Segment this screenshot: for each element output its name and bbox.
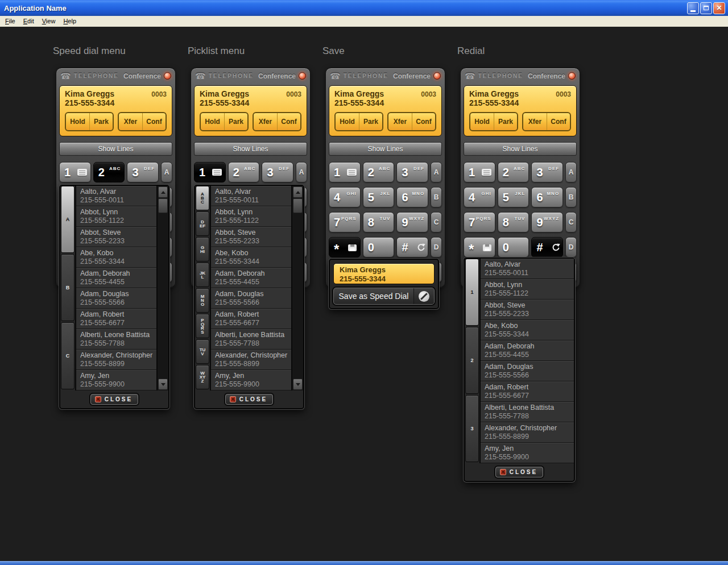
park-button[interactable]: Park [359, 113, 382, 130]
rail-group-1[interactable]: 1 [465, 259, 479, 326]
contact-item[interactable]: Alexander, Christopher215-555-8899 [481, 422, 574, 443]
key-a[interactable]: A [565, 162, 577, 182]
rail-group-tuv[interactable]: TUV [196, 339, 209, 364]
contact-item[interactable]: Abe, Kobo215-555-3344 [76, 247, 156, 268]
restore-button[interactable] [700, 2, 712, 14]
xfer-button[interactable]: Xfer [119, 113, 142, 130]
scrollbar[interactable] [291, 186, 303, 390]
key-d[interactable]: D [431, 237, 442, 257]
key-hash[interactable]: # [396, 237, 428, 257]
scroll-up-button[interactable] [293, 186, 303, 198]
conf-button[interactable]: Conf [412, 113, 435, 130]
hold-button[interactable]: Hold [336, 113, 359, 130]
key-3[interactable]: 3DEF [396, 162, 428, 182]
key-7[interactable]: 7PQRS [464, 212, 495, 232]
key-5[interactable]: 5JKL [498, 187, 530, 207]
key-a[interactable]: A [296, 162, 307, 182]
scroll-up-button[interactable] [158, 186, 168, 198]
park-button[interactable]: Park [89, 113, 113, 130]
key-6[interactable]: 6MNO [531, 187, 563, 207]
xfer-button[interactable]: Xfer [523, 113, 547, 130]
contact-item[interactable]: Abbot, Steve215-555-2233 [211, 227, 291, 247]
contact-item[interactable]: Adam, Robert215-555-6677 [76, 309, 156, 329]
contact-item[interactable]: Alexander, Christopher215-555-8899 [76, 350, 156, 370]
contact-item[interactable]: Alberti, Leone Battista215-555-7788 [76, 329, 156, 350]
key-1[interactable]: 1 [464, 162, 495, 182]
close-button[interactable]: CLOSE [90, 394, 138, 405]
rail-group-wxyz[interactable]: WXYZ [196, 365, 209, 389]
key-0[interactable]: 0 [498, 237, 530, 257]
rail-group-3[interactable]: 3 [465, 395, 479, 462]
key-2[interactable]: 2ABC [498, 162, 530, 182]
close-button[interactable]: CLOSE [495, 467, 543, 477]
key-3[interactable]: 3DEF [262, 162, 293, 182]
key-b[interactable]: B [565, 187, 577, 207]
key-d[interactable]: D [565, 237, 577, 257]
contact-item[interactable]: Amy, Jen215-555-9900 [211, 370, 291, 390]
minimize-button[interactable] [687, 2, 699, 14]
conf-button[interactable]: Conf [142, 113, 166, 130]
contact-item[interactable]: Adam, Robert215-555-6677 [211, 309, 291, 329]
key-b[interactable]: B [431, 187, 442, 207]
title-bar[interactable]: Application Name ✕ [0, 0, 728, 16]
xfer-button[interactable]: Xfer [254, 113, 277, 130]
key-9[interactable]: 9WXYZ [396, 212, 428, 232]
close-window-button[interactable]: ✕ [713, 2, 725, 14]
contact-item[interactable]: Adam, Robert215-555-6677 [481, 381, 574, 402]
key-c[interactable]: C [431, 212, 442, 232]
scroll-down-button[interactable] [293, 379, 303, 390]
key-a[interactable]: A [431, 162, 442, 182]
menu-item-view[interactable]: View [38, 16, 60, 26]
key-1[interactable]: 1 [329, 162, 361, 182]
park-button[interactable]: Park [224, 113, 247, 130]
contact-item[interactable]: Adam, Deborah215-555-4455 [76, 268, 156, 288]
key-7[interactable]: 7PQRS [329, 212, 361, 232]
contact-item[interactable]: Adam, Deborah215-555-4455 [211, 268, 291, 288]
rail-group-c[interactable]: C [61, 322, 75, 389]
contact-item[interactable]: Amy, Jen215-555-9900 [76, 370, 156, 390]
scroll-thumb[interactable] [158, 198, 168, 213]
rail-group-pqrs[interactable]: PQRS [196, 314, 209, 338]
scroll-thumb[interactable] [293, 198, 303, 213]
key-9[interactable]: 9WXYZ [531, 212, 563, 232]
rail-group-b[interactable]: B [61, 254, 75, 321]
show-lines-button[interactable]: Show Lines [194, 142, 307, 156]
scrollbar[interactable] [156, 186, 168, 390]
contact-item[interactable]: Alberti, Leone Battista215-555-7788 [481, 402, 574, 422]
contact-item[interactable]: Abbot, Steve215-555-2233 [481, 300, 574, 320]
save-as-speed-dial-button[interactable]: Save as Speed Dial [333, 288, 435, 305]
rail-group-mno[interactable]: MNO [196, 288, 209, 313]
show-lines-button[interactable]: Show Lines [59, 142, 172, 156]
menu-item-file[interactable]: File [1, 16, 19, 26]
key-0[interactable]: 0 [363, 237, 395, 257]
contact-item[interactable]: Abe, Kobo215-555-3344 [481, 320, 574, 340]
hold-button[interactable]: Hold [201, 113, 224, 130]
rail-group-2[interactable]: 2 [465, 327, 479, 394]
contact-item[interactable]: Adam, Douglas215-555-5566 [211, 288, 291, 309]
key-4[interactable]: 4GHI [464, 187, 495, 207]
rail-group-ghi[interactable]: GHI [196, 237, 209, 261]
rail-group-def[interactable]: DEF [196, 211, 209, 236]
show-lines-button[interactable]: Show Lines [464, 142, 577, 156]
menu-item-help[interactable]: Help [59, 16, 80, 26]
contact-item[interactable]: Abe, Kobo215-555-3344 [211, 247, 291, 268]
key-2[interactable]: 2ABC [228, 162, 260, 182]
key-6[interactable]: 6MNO [396, 187, 428, 207]
key-2[interactable]: 2ABC [363, 162, 395, 182]
key-1[interactable]: 1 [59, 162, 91, 182]
key-hash[interactable]: # [531, 237, 563, 257]
contact-item[interactable]: Abbot, Steve215-555-2233 [76, 227, 156, 247]
key-2[interactable]: 2ABC [93, 162, 125, 182]
key-star[interactable]: * [329, 237, 361, 257]
contact-item[interactable]: Abbot, Lynn215-555-1122 [481, 279, 574, 300]
contact-item[interactable]: Abbot, Lynn215-555-1122 [76, 206, 156, 227]
rail-group-a[interactable]: A [61, 186, 75, 253]
key-3[interactable]: 3DEF [531, 162, 563, 182]
rail-group-jkl[interactable]: JKL [196, 263, 209, 287]
conf-button[interactable]: Conf [547, 113, 570, 130]
key-8[interactable]: 8TUV [498, 212, 530, 232]
contact-item[interactable]: Adam, Deborah215-555-4455 [481, 340, 574, 361]
conf-button[interactable]: Conf [277, 113, 300, 130]
rail-group-abc[interactable]: ABC [196, 186, 209, 210]
key-star[interactable]: * [464, 237, 495, 257]
